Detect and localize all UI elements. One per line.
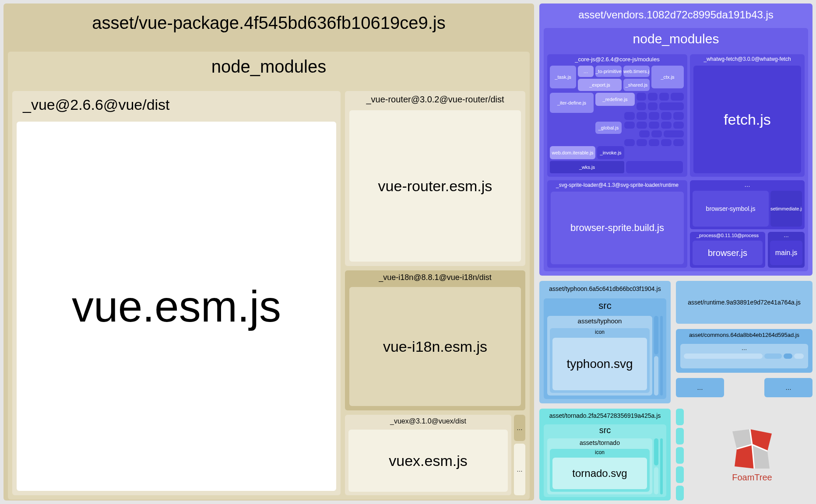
file-tiny[interactable] <box>654 438 658 466</box>
file-tiny[interactable] <box>624 139 635 146</box>
bundle-tornado[interactable]: asset/tornado.2fa254728356919a425a.js sr… <box>539 409 671 500</box>
file-main[interactable]: main.js <box>770 241 802 265</box>
file-tiny[interactable] <box>684 360 745 365</box>
bundle-runtime[interactable]: asset/runtime.9a93891e9d72e41a764a.js <box>676 281 812 324</box>
file-tiny[interactable] <box>659 102 684 110</box>
folder-whatwg-fetch[interactable]: _whatwg-fetch@3.0.0@whatwg-fetch fetch.j… <box>690 54 805 177</box>
folder-assets-typhoon[interactable]: assets/typhoon icon typhoon.svg <box>547 316 652 396</box>
file-tiny-row[interactable] <box>626 161 683 173</box>
bundle-small[interactable]: … <box>676 378 724 397</box>
folder-process[interactable]: _process@0.11.10@process browser.js <box>690 232 765 268</box>
file-tiny[interactable] <box>661 139 672 146</box>
file-tiny[interactable] <box>661 122 672 129</box>
file-to-primitive[interactable]: _to-primitive.js <box>595 66 622 77</box>
folder-core-js-modules[interactable]: _core-js@2.6.4@core-js/modules _task.js … <box>547 54 687 177</box>
overflow-item[interactable]: … <box>514 415 525 441</box>
folder-node-modules[interactable]: node_modules _vue@2.6.6@vue/dist vue.esm… <box>8 52 530 500</box>
file-tiny[interactable] <box>660 316 663 396</box>
file-tiny[interactable] <box>654 467 658 494</box>
folder-vue-dist[interactable]: _vue@2.6.6@vue/dist vue.esm.js <box>12 91 341 495</box>
file-label: vue.esm.js <box>17 281 336 332</box>
file-tiny[interactable] <box>673 122 684 129</box>
file-web-timers[interactable]: web.timers.js <box>623 66 650 77</box>
file-label: typhoon.svg <box>552 357 647 371</box>
folder-node-modules[interactable]: node_modules _core-js@2.6.4@core-js/modu… <box>544 28 808 271</box>
file-shared[interactable]: _shared.js <box>623 79 650 91</box>
folder-src[interactable]: src assets/tornado icon tornado.svg <box>544 424 666 497</box>
file-tiny[interactable] <box>784 354 792 359</box>
file-wks[interactable]: _wks.js <box>550 161 624 173</box>
bundle-vendors[interactable]: asset/vendors.1082d72c8995da191b43.js no… <box>539 4 812 276</box>
file-tiny[interactable] <box>671 93 684 101</box>
file-ctx[interactable]: _ctx.js <box>651 66 684 88</box>
folder-anon[interactable]: … <box>680 344 808 368</box>
bundle-tiny[interactable] <box>676 466 684 483</box>
file-tiny[interactable] <box>684 354 763 359</box>
foamtree-logo[interactable]: FoamTree <box>692 409 812 500</box>
folder-vue-router-dist[interactable]: _vue-router@3.0.2@vue-router/dist vue-ro… <box>345 91 525 266</box>
file-vue-router-esm[interactable]: vue-router.esm.js <box>349 110 521 262</box>
file-task[interactable]: _task.js <box>550 66 576 88</box>
file-browser[interactable]: browser.js <box>693 241 763 265</box>
file-tiny[interactable] <box>654 316 658 354</box>
file-tiny[interactable] <box>664 130 684 137</box>
file-redefine[interactable]: _redefine.js <box>595 93 635 106</box>
bundle-tiny[interactable] <box>676 486 684 500</box>
folder-vuex-dist[interactable]: _vuex@3.1.0@vuex/dist vuex.esm.js <box>345 415 511 495</box>
overflow-item[interactable]: … <box>578 66 594 77</box>
bundle-commons[interactable]: asset/commons.64da8bb4eb1264d595ad.js … <box>676 329 812 373</box>
bundle-small[interactable]: … <box>764 378 812 397</box>
folder-icon[interactable]: icon typhoon.svg <box>550 328 650 393</box>
bundle-typhoon[interactable]: asset/typhoon.6a5c641db66bc03f1904.js sr… <box>539 281 671 403</box>
folder-vue-i18n-dist[interactable]: _vue-i18n@8.8.1@vue-i18n/dist vue-i18n.e… <box>345 270 525 410</box>
file-fetch[interactable]: fetch.js <box>693 66 801 173</box>
bundle-tiny[interactable] <box>676 447 684 464</box>
folder-anonymous[interactable]: … browser-symbol.js setimmediate.js <box>690 180 805 229</box>
file-tiny[interactable] <box>637 122 647 129</box>
file-iter-define[interactable]: _iter-define.js <box>550 93 594 113</box>
file-tiny[interactable] <box>794 354 804 359</box>
file-tiny[interactable] <box>764 354 782 359</box>
folder-src[interactable]: src assets/typhoon icon typhoon.svg <box>544 298 666 399</box>
file-tiny[interactable] <box>637 93 646 101</box>
ellipsis: … <box>676 384 724 391</box>
folder-assets-tornado[interactable]: assets/tornado icon tornado.svg <box>547 438 652 494</box>
file-export[interactable]: _export.js <box>578 79 622 91</box>
file-tiny[interactable] <box>661 112 672 120</box>
file-tiny[interactable] <box>624 122 635 129</box>
file-tiny[interactable] <box>660 438 663 494</box>
file-typhoon-svg[interactable]: typhoon.svg <box>552 338 647 390</box>
file-tiny[interactable] <box>673 139 684 146</box>
file-tiny[interactable] <box>637 102 646 110</box>
file-tiny[interactable] <box>649 139 659 146</box>
file-tiny[interactable] <box>649 112 659 120</box>
folder-svg-sprite-loader[interactable]: _svg-sprite-loader@4.1.3@svg-sprite-load… <box>547 180 687 268</box>
file-vue-i18n-esm[interactable]: vue-i18n.esm.js <box>349 287 521 406</box>
file-tiny[interactable] <box>659 93 669 101</box>
file-tiny[interactable] <box>624 112 635 120</box>
file-vue-esm[interactable]: vue.esm.js <box>17 122 336 491</box>
file-tiny[interactable] <box>651 130 662 137</box>
file-tiny[interactable] <box>673 112 684 120</box>
file-setimmediate[interactable]: setimmediate.js <box>770 191 802 227</box>
overflow-item[interactable]: … <box>514 444 525 495</box>
file-tiny[interactable] <box>637 139 647 146</box>
file-browser-symbol[interactable]: browser-symbol.js <box>693 191 769 227</box>
file-invoke[interactable]: _invoke.js <box>597 146 624 159</box>
file-vuex-esm[interactable]: vuex.esm.js <box>348 430 508 492</box>
file-tiny[interactable] <box>639 130 650 137</box>
file-tiny[interactable] <box>649 122 659 129</box>
bundle-tiny[interactable] <box>676 428 684 444</box>
bundle-tiny[interactable] <box>676 409 684 425</box>
file-global[interactable]: _global.js <box>595 122 622 134</box>
file-web-dom-iterable[interactable]: web.dom.iterable.js <box>550 146 595 159</box>
folder-icon[interactable]: icon tornado.svg <box>550 449 650 492</box>
folder-anonymous-main[interactable]: … main.js <box>768 232 805 268</box>
file-tiny[interactable] <box>654 356 658 396</box>
file-tiny[interactable] <box>648 102 658 110</box>
bundle-vue-package[interactable]: asset/vue-package.4f545bd636fb10619ce9.j… <box>4 4 534 500</box>
file-tiny[interactable] <box>637 112 647 120</box>
file-tiny[interactable] <box>648 93 658 101</box>
file-tornado-svg[interactable]: tornado.svg <box>552 458 647 489</box>
file-browser-sprite-build[interactable]: browser-sprite.build.js <box>551 192 684 264</box>
